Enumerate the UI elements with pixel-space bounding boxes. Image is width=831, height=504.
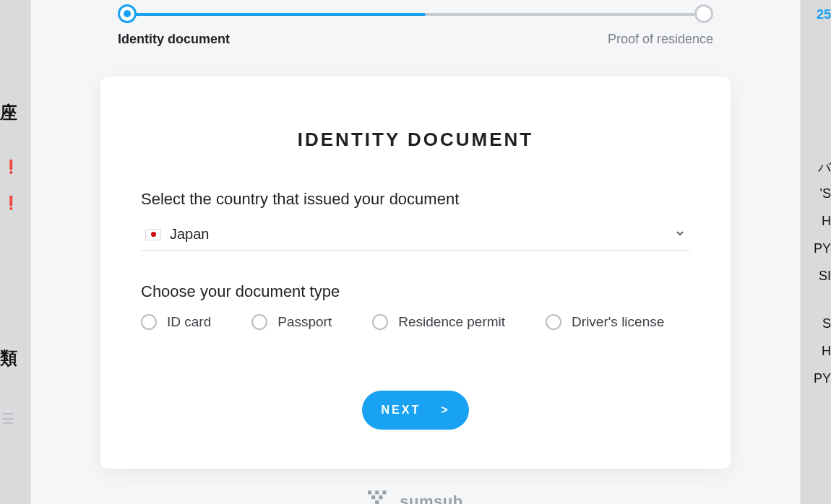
bg-left-label-1: 座 — [0, 101, 16, 124]
selected-country-name: Japan — [170, 226, 210, 243]
svg-rect-5 — [376, 500, 379, 504]
svg-rect-2 — [383, 490, 387, 494]
chevron-right-icon: > — [441, 404, 449, 417]
progress-stepper: Identity document Proof of residence — [118, 0, 713, 65]
sumsub-wordmark: sumsub — [400, 492, 462, 504]
doc-type-section-label: Choose your document type — [141, 282, 690, 301]
svg-rect-0 — [368, 490, 371, 494]
bg-right-label-1: 'S — [820, 186, 831, 201]
country-select[interactable]: Japan — [141, 222, 690, 251]
step-label-identity-document: Identity document — [118, 32, 230, 47]
japan-flag-icon — [145, 229, 161, 240]
next-button-label: NEXT — [381, 404, 421, 417]
stepper-progress — [128, 13, 426, 16]
sumsub-logo: sumsub — [368, 490, 462, 504]
bg-right-label-4: SI — [819, 269, 831, 284]
bg-right-label-6: H — [822, 344, 831, 359]
svg-rect-3 — [371, 495, 375, 499]
radio-circle-icon — [141, 314, 157, 330]
radio-drivers-license[interactable]: Driver's license — [546, 314, 664, 330]
svg-rect-4 — [379, 495, 383, 499]
step-label-proof-of-residence: Proof of residence — [608, 32, 713, 47]
doc-type-radio-group: ID card Passport Residence permit Driver… — [141, 314, 690, 330]
bg-right-label-0: バ — [818, 159, 831, 176]
radio-circle-icon — [251, 314, 267, 330]
sumsub-mark-icon — [368, 490, 392, 504]
bg-alert-icon-1: ❗ — [3, 159, 19, 175]
bg-right-label-2: H — [822, 214, 831, 229]
radio-passport[interactable]: Passport — [251, 314, 332, 330]
radio-label: ID card — [167, 314, 211, 330]
radio-label: Passport — [277, 314, 332, 330]
radio-circle-icon — [372, 314, 388, 330]
footer: sumsub — [31, 490, 800, 504]
card-title: IDENTITY DOCUMENT — [141, 129, 690, 151]
background-top-link: 25 — [817, 7, 831, 22]
bg-left-label-2: 類 — [0, 347, 16, 370]
bg-alert-icon-2: ❗ — [3, 195, 19, 211]
form-card: IDENTITY DOCUMENT Select the country tha… — [100, 77, 731, 469]
radio-label: Driver's license — [572, 314, 664, 330]
chevron-down-icon — [674, 227, 686, 242]
bg-right-label-7: PY — [814, 371, 831, 386]
radio-label: Residence permit — [398, 314, 505, 330]
radio-residence-permit[interactable]: Residence permit — [372, 314, 505, 330]
radio-circle-icon — [546, 314, 561, 330]
bg-right-label-5: S — [822, 316, 831, 331]
country-section-label: Select the country that issued your docu… — [141, 190, 690, 209]
svg-rect-1 — [376, 490, 379, 494]
next-button[interactable]: NEXT > — [362, 391, 469, 430]
radio-id-card[interactable]: ID card — [141, 314, 211, 330]
step-node-proof-of-residence[interactable] — [694, 4, 713, 23]
bg-menu-icon: ☰ — [1, 410, 14, 427]
step-node-identity-document[interactable] — [118, 4, 137, 23]
bg-right-label-3: PY — [814, 241, 831, 256]
modal-panel: Identity document Proof of residence IDE… — [30, 0, 801, 504]
